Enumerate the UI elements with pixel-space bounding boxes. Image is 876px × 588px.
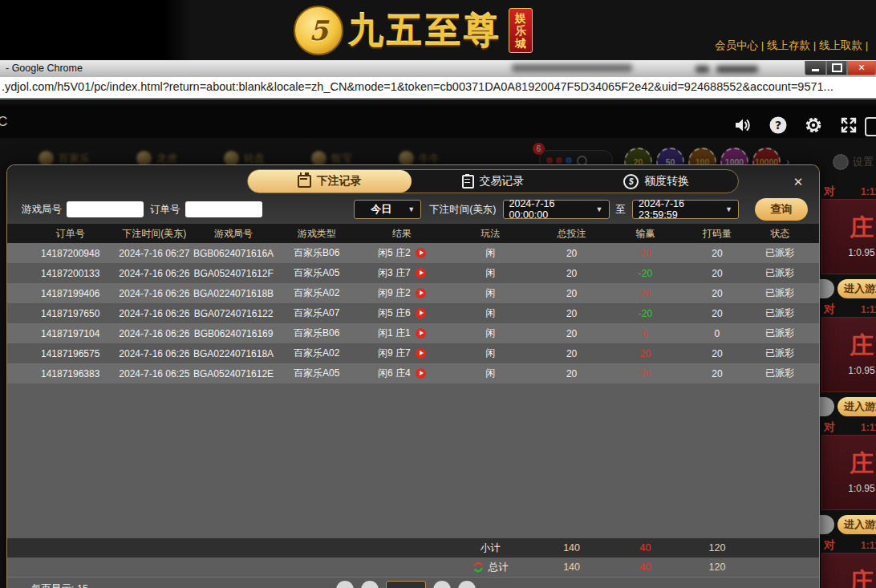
modal-tabbar: 下注记录 交易记录 额度转换 — [247, 169, 739, 193]
pair-bet-label[interactable]: 对 — [824, 185, 835, 199]
winloss-cell: 20 — [609, 288, 683, 299]
game-round-input[interactable] — [67, 201, 144, 217]
fullscreen-icon[interactable] — [839, 116, 858, 135]
table-row: 141872001332024-7-16 06:26BGA0524071612F… — [7, 263, 819, 283]
pair-bet-label[interactable]: 对 — [824, 420, 835, 435]
winloss-cell: -20 — [609, 268, 683, 279]
result-text: 闲5 庄2 — [378, 247, 411, 258]
enter-game-button[interactable]: 进入游戏 — [837, 397, 876, 416]
url-text: .ydjol.com/h5V01/pc/index.html?return=ab… — [0, 77, 876, 97]
pair-odds: 1:11 — [861, 422, 876, 433]
result-text: 闲1 庄1 — [378, 327, 411, 339]
banker-bet-area[interactable]: 庄1:0.95 — [821, 553, 876, 588]
pair-odds: 1:11 — [861, 186, 876, 197]
winloss-cell: 20 — [609, 368, 683, 379]
refresh-icon[interactable] — [472, 562, 484, 573]
table-rows: 141872009482024-7-16 06:27BGB0624071616A… — [7, 243, 819, 383]
table-row: 141871963832024-7-16 06:25BGA0524071612E… — [7, 363, 819, 383]
order-no-input[interactable] — [185, 201, 262, 217]
address-bar[interactable]: .ydjol.com/h5V01/pc/index.html?return=ab… — [0, 77, 876, 99]
site-logo: 5 九五至尊 娱乐城 — [294, 2, 533, 59]
table-row: 141871976502024-7-16 06:26BGA07240716122… — [7, 303, 819, 323]
window-minimize-button[interactable] — [805, 61, 826, 75]
window-maximize-button[interactable] — [826, 61, 847, 75]
total-winloss: 40 — [609, 562, 683, 573]
replay-play-button[interactable] — [416, 288, 426, 298]
quick-range-select[interactable]: 今日 — [354, 200, 421, 219]
redacted-text — [696, 66, 709, 73]
replay-play-button[interactable] — [416, 348, 426, 359]
result-cell: 闲3 庄7 — [358, 266, 447, 280]
result-cell: 闲9 庄7 — [358, 347, 447, 360]
bet-time-label: 下注时间(美东) — [429, 203, 496, 217]
pair-odds: 1:11 — [861, 540, 876, 551]
tab-bet-records[interactable]: 下注记录 — [248, 170, 412, 193]
tab-quota-transfer[interactable]: 额度转换 — [574, 170, 738, 193]
filter-bar: 游戏局号 订单号 今日 下注时间(美东) 2024-7-16 00:00:00 … — [22, 199, 808, 220]
pair-bet-label[interactable]: 对 — [824, 538, 835, 553]
bet-records-modal: 下注记录 交易记录 额度转换 游戏局号 订单号 今日 下注时间(美东) 2024… — [6, 164, 820, 588]
banker-bet-area[interactable]: 庄1:0.95 — [821, 199, 876, 274]
partial-window-icon[interactable] — [865, 117, 876, 136]
pair-bet-label[interactable]: 对 — [824, 302, 835, 317]
replay-play-button[interactable] — [416, 248, 426, 258]
settings-gear-icon[interactable] — [804, 116, 823, 135]
enter-game-button[interactable]: 进入游戏 — [837, 279, 876, 298]
prev-page-button[interactable] — [361, 581, 379, 588]
game-card: 对1:11 庄1:0.95 进入游戏 — [821, 538, 876, 588]
date-to-select[interactable]: 2024-7-16 23:59:59 — [632, 200, 739, 219]
replay-play-button[interactable] — [416, 368, 426, 379]
logo-title: 九五至尊 — [348, 7, 502, 55]
screen: 5 九五至尊 娱乐城 会员中心线上存款线上取款 - Google Chrome … — [0, 0, 876, 588]
replay-play-button[interactable] — [416, 328, 426, 339]
subtotal-label: 小计 — [446, 541, 535, 555]
help-icon[interactable]: ? — [769, 116, 788, 135]
logo-badge: 娱乐城 — [509, 8, 533, 53]
banker-bet-area[interactable]: 庄1:0.95 — [821, 435, 876, 510]
table-header: 订单号 下注时间(美东) 游戏局号 游戏类型 结果 玩法 总投注 输赢 打码量 … — [7, 224, 819, 243]
header-dark-panel — [0, 0, 191, 60]
window-controls — [805, 61, 876, 75]
enter-game-button[interactable]: 进入游戏 — [837, 515, 876, 534]
to-label: 至 — [616, 203, 627, 217]
maximize-icon — [832, 63, 842, 72]
result-cell: 闲9 庄2 — [358, 286, 447, 300]
subtotal-row: 小计 140 40 120 — [7, 538, 819, 558]
site-header: 5 九五至尊 娱乐城 会员中心线上存款线上取款 — [0, 0, 876, 60]
tab-transaction-records[interactable]: 交易记录 — [412, 170, 575, 193]
page-number-box[interactable] — [386, 581, 426, 588]
redacted-text — [716, 66, 758, 73]
logo-coin-number: 5 — [309, 14, 328, 47]
pagination-controls — [336, 581, 476, 588]
link-withdraw[interactable]: 线上取款 — [819, 39, 871, 51]
toolbar-icons: ? — [733, 116, 858, 135]
table-row: 141871994062024-7-16 06:26BGA0224071618B… — [7, 283, 819, 303]
game-card: 对1:11 庄1:0.95 进入游戏 — [821, 185, 876, 298]
first-page-button[interactable] — [336, 581, 354, 588]
clipboard-icon — [462, 175, 474, 189]
calendar-icon — [298, 175, 311, 188]
replay-play-button[interactable] — [416, 308, 426, 318]
next-page-button[interactable] — [433, 581, 451, 588]
last-page-button[interactable] — [458, 581, 476, 588]
date-from-select[interactable]: 2024-7-16 00:00:00 — [503, 200, 610, 219]
side-game-cards: 对1:11 庄1:0.95 进入游戏 对1:11 庄1:0.95 进入游戏 对1… — [821, 138, 876, 588]
svg-text:?: ? — [775, 119, 781, 132]
subtotal-winloss: 40 — [609, 542, 683, 554]
link-member-center[interactable]: 会员中心 — [715, 39, 767, 51]
search-button[interactable]: 查询 — [755, 198, 808, 221]
link-deposit[interactable]: 线上存款 — [767, 39, 819, 51]
replay-play-button[interactable] — [416, 268, 426, 278]
window-close-button[interactable] — [847, 61, 876, 75]
result-cell: 闲1 庄1 — [358, 326, 447, 340]
coin-transfer-icon — [623, 174, 639, 189]
winloss-cell: 20 — [609, 348, 683, 359]
result-text: 闲9 庄2 — [378, 287, 411, 298]
banker-bet-area[interactable]: 庄1:0.95 — [821, 317, 876, 392]
winloss-cell: 20 — [609, 248, 683, 259]
volume-icon[interactable] — [733, 116, 752, 135]
table-row: 141872009482024-7-16 06:27BGB0624071616A… — [7, 243, 819, 263]
close-icon[interactable] — [790, 174, 806, 190]
game-card: 对1:11 庄1:0.95 进入游戏 — [821, 420, 876, 534]
redacted-text — [512, 64, 632, 72]
